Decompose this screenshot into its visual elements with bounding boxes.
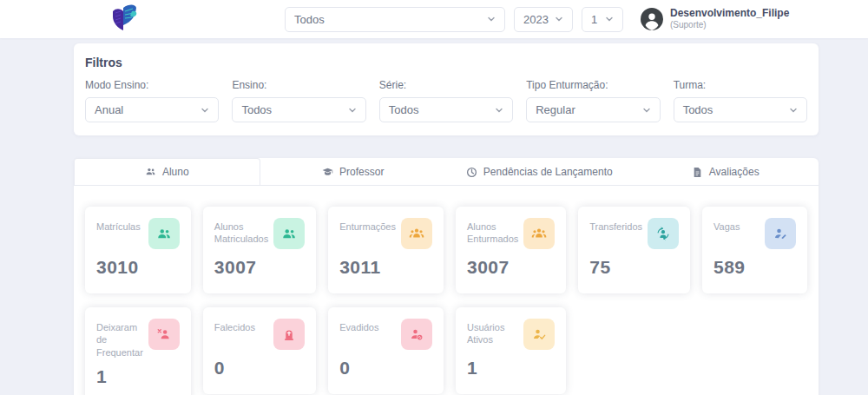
card-deixaram-de-frequentar: Deixaram de Frequentar 1 xyxy=(85,307,191,395)
chevron-down-icon xyxy=(487,15,496,23)
user-menu[interactable]: Desenvolvimento_Filipe (Suporte) xyxy=(641,8,789,30)
ensino-value: Todos xyxy=(241,103,272,116)
tab-label: Professor xyxy=(339,166,384,178)
tab-label: Pendências de Lançamento xyxy=(483,166,613,178)
filter-label: Turma: xyxy=(674,79,807,91)
period-select[interactable]: 1 xyxy=(582,7,623,32)
chevron-down-icon xyxy=(642,106,651,115)
tipo-enturmacao-value: Regular xyxy=(536,103,575,116)
card-label: Deixaram de Frequentar xyxy=(96,319,143,359)
card-evadidos: Evadidos 0 xyxy=(328,307,444,394)
filter-label: Série: xyxy=(379,79,513,91)
filter-serie: Série: Todos xyxy=(379,79,513,122)
dashboard-panel: Aluno Professor Pendências de Lançamento… xyxy=(74,158,819,395)
card-label: Enturmações xyxy=(339,218,396,233)
card-alunos-enturmados: Alunos Enturmados 3007 xyxy=(456,207,566,293)
filter-label: Tipo Enturmação: xyxy=(526,79,660,91)
user-transfer-icon xyxy=(648,218,679,249)
serie-value: Todos xyxy=(389,103,419,116)
card-value: 3011 xyxy=(339,257,432,278)
user-name: Desenvolvimento_Filipe xyxy=(670,8,789,20)
memorial-icon xyxy=(273,319,305,350)
year-select[interactable]: 2023 xyxy=(514,7,573,32)
ensino-select[interactable]: Todos xyxy=(232,97,365,122)
chevron-down-icon xyxy=(555,15,563,23)
card-value: 1 xyxy=(96,366,180,387)
turma-value: Todos xyxy=(683,103,713,116)
document-icon xyxy=(692,167,703,178)
stat-cards-grid: Matrículas 3010 Alunos Matriculados 3007… xyxy=(74,186,819,395)
teacher-icon xyxy=(322,167,333,178)
card-label: Matrículas xyxy=(96,218,141,233)
card-label: Alunos Matriculados xyxy=(214,218,268,246)
students-icon xyxy=(145,166,156,177)
card-label: Alunos Enturmados xyxy=(467,218,518,246)
card-label: Falecidos xyxy=(214,319,255,333)
card-value: 0 xyxy=(339,358,432,379)
user-remove-icon xyxy=(148,319,180,350)
tab-aluno[interactable]: Aluno xyxy=(74,158,260,185)
user-edit-icon xyxy=(765,218,796,249)
app-logo[interactable] xyxy=(109,3,139,35)
card-value: 3007 xyxy=(467,257,555,278)
filter-tipo-enturmacao: Tipo Enturmação: Regular xyxy=(526,79,660,122)
card-value: 3010 xyxy=(96,257,180,278)
filter-turma: Turma: Todos xyxy=(674,79,807,122)
chevron-down-icon xyxy=(605,15,614,23)
serie-select[interactable]: Todos xyxy=(379,97,513,122)
filter-label: Ensino: xyxy=(232,79,365,91)
user-role: (Suporte) xyxy=(670,20,789,30)
tipo-enturmacao-select[interactable]: Regular xyxy=(526,97,660,122)
card-matriculas: Matrículas 3010 xyxy=(85,207,191,293)
top-bar: Todos 2023 1 Desenvolvimento_Filipe (Sup… xyxy=(0,0,868,38)
clock-icon xyxy=(466,167,477,178)
school-select[interactable]: Todos xyxy=(285,7,505,32)
period-select-value: 1 xyxy=(591,13,597,26)
filter-label: Modo Ensino: xyxy=(85,79,219,91)
card-value: 589 xyxy=(713,257,796,278)
user-check-icon xyxy=(523,319,555,350)
card-alunos-matriculados: Alunos Matriculados 3007 xyxy=(203,207,316,293)
card-label: Transferidos xyxy=(589,218,642,233)
filter-modo-ensino: Modo Ensino: Anual xyxy=(85,79,219,122)
chevron-down-icon xyxy=(495,106,503,115)
chevron-down-icon xyxy=(348,106,357,115)
topbar-selects: Todos 2023 1 xyxy=(285,7,623,32)
logo-icon xyxy=(109,3,139,35)
card-value: 0 xyxy=(214,358,305,379)
tab-avaliacoes[interactable]: Avaliações xyxy=(633,158,819,185)
card-enturmacoes: Enturmações 3011 xyxy=(328,207,444,293)
card-value: 1 xyxy=(467,358,555,379)
tab-label: Aluno xyxy=(162,166,189,178)
filter-ensino: Ensino: Todos xyxy=(232,79,365,122)
modo-ensino-value: Anual xyxy=(95,103,123,116)
tab-pendencias-de-lancamento[interactable]: Pendências de Lançamento xyxy=(446,158,633,185)
chevron-down-icon xyxy=(201,106,209,115)
card-label: Evadidos xyxy=(339,319,378,333)
user-block-icon xyxy=(401,319,432,350)
filters-panel: Filtros Modo Ensino: Anual Ensino: Todos… xyxy=(74,43,819,135)
year-select-value: 2023 xyxy=(523,13,549,26)
card-usuarios-ativos: Usuários Ativos 1 xyxy=(456,307,566,394)
chevron-down-icon xyxy=(789,106,798,115)
card-value: 3007 xyxy=(214,257,305,278)
user-group-icon xyxy=(523,218,555,249)
school-select-value: Todos xyxy=(294,13,325,26)
users-icon xyxy=(148,218,180,249)
card-falecidos: Falecidos 0 xyxy=(203,307,316,394)
users-icon xyxy=(273,218,305,249)
tab-professor[interactable]: Professor xyxy=(260,158,447,185)
avatar xyxy=(641,8,663,30)
tab-label: Avaliações xyxy=(709,166,760,178)
user-group-icon xyxy=(401,218,432,249)
card-value: 75 xyxy=(589,257,679,278)
turma-select[interactable]: Todos xyxy=(674,97,807,122)
card-label: Vagas xyxy=(713,218,740,233)
tab-bar: Aluno Professor Pendências de Lançamento… xyxy=(74,158,819,186)
card-vagas: Vagas 589 xyxy=(702,207,807,293)
card-label: Usuários Ativos xyxy=(467,319,518,346)
filters-title: Filtros xyxy=(85,56,807,69)
card-transferidos: Transferidos 75 xyxy=(578,207,690,293)
modo-ensino-select[interactable]: Anual xyxy=(85,97,219,122)
